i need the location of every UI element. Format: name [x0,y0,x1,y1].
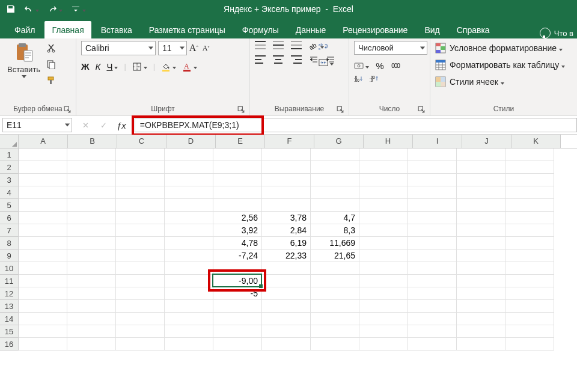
cell[interactable] [408,224,457,237]
cell[interactable] [67,174,116,186]
cell[interactable] [213,325,262,338]
percent-format-icon[interactable]: % [375,61,385,70]
cell[interactable] [359,338,408,351]
row-header[interactable]: 3 [0,174,19,186]
cell[interactable] [67,338,116,351]
column-header[interactable]: F [265,135,314,148]
cell[interactable] [165,262,213,275]
cell[interactable] [311,338,359,351]
cell[interactable] [262,149,311,161]
row-header[interactable]: 5 [0,199,19,212]
cell[interactable] [67,149,116,161]
cell[interactable] [359,161,408,174]
underline-button[interactable]: Ч [106,61,118,72]
cell[interactable] [408,186,457,199]
insert-function-icon[interactable]: ƒx [117,120,126,130]
cell[interactable] [359,275,408,287]
cell[interactable] [19,174,67,186]
cell[interactable] [165,313,213,325]
cell[interactable] [505,300,554,313]
cell[interactable]: 2,56 [213,212,262,224]
column-header[interactable]: E [216,135,265,148]
cell[interactable] [359,300,408,313]
cell[interactable] [19,250,67,262]
cell[interactable] [457,212,505,224]
borders-icon[interactable] [132,62,147,72]
cell[interactable] [116,275,165,287]
cell[interactable] [165,161,213,174]
tab-view[interactable]: Вид [417,21,447,38]
cell[interactable] [116,300,165,313]
cell[interactable] [116,250,165,262]
cell[interactable]: -5 [213,287,262,300]
cell[interactable] [67,262,116,275]
cell[interactable] [408,275,457,287]
row-header[interactable]: 11 [0,275,19,287]
select-all-corner[interactable] [0,135,19,148]
cell[interactable] [505,161,554,174]
cell[interactable]: 8,3 [311,224,359,237]
column-header[interactable]: C [117,135,166,148]
cell[interactable] [505,174,554,186]
cell[interactable] [116,287,165,300]
cell[interactable] [262,338,311,351]
cut-icon[interactable] [46,43,56,55]
row-header[interactable]: 14 [0,313,19,325]
tab-review[interactable]: Рецензирование [335,21,415,38]
save-icon[interactable] [6,4,16,14]
cell[interactable] [408,287,457,300]
font-name-select[interactable]: Calibri [81,41,156,55]
align-top-icon[interactable] [255,41,266,49]
cell[interactable] [311,300,359,313]
cell[interactable] [311,325,359,338]
cell[interactable] [19,325,67,338]
cell[interactable]: -9,00 [213,275,262,287]
font-color-icon[interactable]: A [182,62,197,72]
cell[interactable]: -7,24 [213,250,262,262]
format-painter-icon[interactable] [46,76,56,87]
cell[interactable] [116,149,165,161]
cell[interactable] [19,275,67,287]
cell[interactable] [311,275,359,287]
cell[interactable] [67,275,116,287]
cell[interactable] [457,262,505,275]
tab-data[interactable]: Данные [288,21,334,38]
cell[interactable] [262,186,311,199]
tab-home[interactable]: Главная [44,21,91,38]
cell[interactable] [311,149,359,161]
align-middle-icon[interactable] [273,41,284,49]
cell[interactable] [457,199,505,212]
cell[interactable] [116,338,165,351]
cell[interactable] [359,186,408,199]
cell[interactable] [457,224,505,237]
cell[interactable] [408,300,457,313]
tab-page-layout[interactable]: Разметка страницы [142,21,233,38]
row-header[interactable]: 10 [0,262,19,275]
cell[interactable] [213,174,262,186]
cell[interactable] [505,287,554,300]
cell[interactable]: 2,84 [262,224,311,237]
cell[interactable] [408,174,457,186]
cell[interactable] [213,186,262,199]
formula-input[interactable]: =ОКРВВЕРХ.МАТ(E9;3;1) [135,118,577,132]
cell[interactable] [262,287,311,300]
tell-me-label[interactable]: Что в [554,29,573,38]
column-header[interactable]: D [166,135,216,148]
cell[interactable] [311,174,359,186]
cell[interactable] [213,149,262,161]
cell[interactable] [457,186,505,199]
cell[interactable] [116,237,165,250]
cell[interactable] [116,262,165,275]
cell[interactable] [408,149,457,161]
cell[interactable] [408,262,457,275]
align-right-icon[interactable] [291,55,302,64]
cell[interactable] [19,186,67,199]
cell[interactable] [505,224,554,237]
font-launcher-icon[interactable] [237,106,245,113]
cell[interactable] [67,199,116,212]
cell[interactable] [505,212,554,224]
column-header[interactable]: H [364,135,413,148]
cell[interactable] [165,174,213,186]
cell[interactable] [457,161,505,174]
cell[interactable] [311,161,359,174]
